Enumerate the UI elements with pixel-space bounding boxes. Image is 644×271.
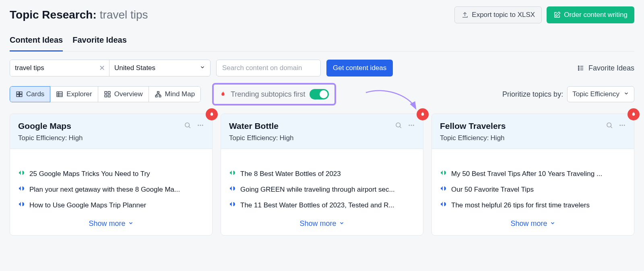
page-title-topic: travel tips bbox=[100, 8, 148, 21]
svg-rect-15 bbox=[108, 91, 110, 93]
svg-rect-10 bbox=[57, 92, 63, 97]
view-overview[interactable]: Overview bbox=[98, 86, 149, 102]
card-title: Fellow Travelers bbox=[440, 121, 506, 131]
export-xlsx-button[interactable]: Export topic to XLSX bbox=[454, 6, 542, 23]
efficiency-value: High bbox=[491, 134, 505, 142]
card-body: 25 Google Maps Tricks You Need to TryPla… bbox=[10, 149, 212, 214]
chevron-down-icon bbox=[550, 219, 555, 228]
card-header: Fellow TravelersTopic Efficiency:High bbox=[432, 114, 634, 149]
arrow-annotation bbox=[364, 85, 420, 113]
upload-icon bbox=[461, 11, 469, 19]
svg-rect-17 bbox=[108, 95, 110, 97]
svg-point-25 bbox=[202, 125, 203, 126]
svg-rect-18 bbox=[157, 91, 159, 93]
svg-rect-9 bbox=[20, 95, 22, 97]
view-mindmap[interactable]: Mind Map bbox=[149, 86, 201, 102]
headline-text: Our 50 Favorite Travel Tips bbox=[451, 186, 534, 194]
prioritize-select[interactable]: Topic Efficiency bbox=[567, 86, 634, 102]
trending-toggle[interactable] bbox=[310, 89, 329, 99]
topic-card: Water BottleTopic Efficiency:HighThe 8 B… bbox=[221, 114, 423, 236]
svg-point-4 bbox=[578, 69, 579, 70]
bullhorn-icon bbox=[18, 201, 25, 210]
headline-text: The most helpful 26 tips for first time … bbox=[451, 201, 590, 209]
efficiency-label: Topic Efficiency: bbox=[229, 134, 278, 142]
view-explorer-label: Explorer bbox=[66, 90, 92, 98]
bullhorn-icon bbox=[229, 169, 236, 178]
efficiency-value: High bbox=[69, 134, 83, 142]
order-content-button[interactable]: Order content writing bbox=[547, 6, 634, 23]
view-explorer[interactable]: Explorer bbox=[50, 86, 98, 102]
view-segmented-control: Cards Explorer Overview Mind Map bbox=[10, 86, 201, 102]
show-more-button[interactable]: Show more bbox=[10, 214, 212, 235]
trending-subtopics-highlight: Trending subtopics first bbox=[212, 83, 336, 106]
headline-item[interactable]: Going GREEN while traveling through airp… bbox=[229, 185, 415, 194]
clear-topic-button[interactable]: ✕ bbox=[95, 60, 109, 76]
search-icon[interactable] bbox=[606, 122, 613, 130]
svg-rect-7 bbox=[20, 92, 22, 94]
favorite-ideas-link[interactable]: Favorite Ideas bbox=[577, 64, 634, 72]
prioritize-label: Prioritize topics by: bbox=[502, 90, 563, 99]
efficiency-value: High bbox=[280, 134, 294, 142]
view-cards-label: Cards bbox=[26, 90, 44, 98]
tabs: Content Ideas Favorite Ideas bbox=[10, 32, 634, 52]
headline-text: My 50 Best Travel Tips After 10 Years Tr… bbox=[451, 170, 602, 178]
headline-text: Plan your next getaway with these 8 Goog… bbox=[29, 186, 180, 194]
svg-rect-19 bbox=[155, 95, 157, 97]
view-cards[interactable]: Cards bbox=[10, 86, 50, 102]
svg-line-32 bbox=[611, 126, 612, 128]
chevron-down-icon bbox=[200, 64, 205, 72]
efficiency: Topic Efficiency:High bbox=[229, 134, 415, 142]
headline-item[interactable]: My 50 Best Travel Tips After 10 Years Tr… bbox=[440, 169, 626, 178]
headline-item[interactable]: The most helpful 26 tips for first time … bbox=[440, 201, 626, 210]
svg-rect-16 bbox=[105, 95, 107, 97]
svg-point-23 bbox=[198, 125, 199, 126]
topic-input[interactable] bbox=[10, 60, 95, 76]
headline-text: Going GREEN while traveling through airp… bbox=[240, 186, 395, 194]
page-title: Topic Research: travel tips bbox=[10, 8, 148, 21]
region-value: United States bbox=[114, 64, 155, 72]
more-icon[interactable] bbox=[619, 122, 626, 130]
search-domain-input[interactable] bbox=[216, 60, 321, 77]
get-content-ideas-button[interactable]: Get content ideas bbox=[326, 60, 393, 77]
svg-rect-6 bbox=[17, 92, 19, 94]
bullhorn-icon bbox=[229, 185, 236, 194]
card-body: The 8 Best Water Bottles of 2023Going GR… bbox=[221, 149, 423, 214]
svg-point-24 bbox=[200, 125, 201, 126]
search-icon[interactable] bbox=[184, 122, 191, 130]
headline-item[interactable]: The 8 Best Water Bottles of 2023 bbox=[229, 169, 415, 178]
favorite-ideas-link-label: Favorite Ideas bbox=[588, 64, 634, 72]
view-mindmap-label: Mind Map bbox=[165, 90, 195, 98]
headline-item[interactable]: Plan your next getaway with these 8 Goog… bbox=[18, 185, 204, 194]
efficiency: Topic Efficiency:High bbox=[18, 134, 204, 142]
headline-item[interactable]: 25 Google Maps Tricks You Need to Try bbox=[18, 169, 204, 178]
search-icon[interactable] bbox=[395, 122, 402, 130]
topic-region-input-group: ✕ United States bbox=[10, 60, 211, 77]
cards-icon bbox=[16, 91, 23, 98]
show-more-label: Show more bbox=[89, 219, 125, 228]
headline-item[interactable]: How to Use Google Maps Trip Planner bbox=[18, 201, 204, 210]
topic-card: Google MapsTopic Efficiency:High25 Googl… bbox=[10, 114, 213, 236]
headline-item[interactable]: Our 50 Favorite Travel Tips bbox=[440, 185, 626, 194]
bullhorn-icon bbox=[440, 185, 447, 194]
show-more-button[interactable]: Show more bbox=[221, 214, 423, 235]
headline-text: 25 Google Maps Tricks You Need to Try bbox=[29, 170, 150, 178]
tab-favorite-ideas[interactable]: Favorite Ideas bbox=[72, 32, 127, 52]
svg-rect-8 bbox=[17, 95, 19, 97]
close-icon: ✕ bbox=[99, 64, 105, 72]
svg-point-2 bbox=[578, 68, 579, 68]
efficiency-label: Topic Efficiency: bbox=[440, 134, 489, 142]
show-more-label: Show more bbox=[510, 219, 547, 228]
more-icon[interactable] bbox=[408, 122, 415, 130]
region-select[interactable]: United States bbox=[109, 60, 210, 76]
order-content-label: Order content writing bbox=[564, 11, 627, 19]
svg-point-26 bbox=[396, 123, 400, 127]
headline-text: The 8 Best Water Bottles of 2023 bbox=[240, 170, 341, 178]
card-header: Water BottleTopic Efficiency:High bbox=[221, 114, 423, 149]
fire-badge bbox=[206, 108, 218, 120]
svg-point-29 bbox=[411, 125, 412, 126]
more-icon[interactable] bbox=[197, 122, 204, 130]
bullhorn-icon bbox=[440, 201, 447, 210]
tab-content-ideas[interactable]: Content Ideas bbox=[10, 32, 63, 52]
show-more-button[interactable]: Show more bbox=[432, 214, 634, 235]
headline-item[interactable]: The 11 Best Water Bottles of 2023, Teste… bbox=[229, 201, 415, 210]
